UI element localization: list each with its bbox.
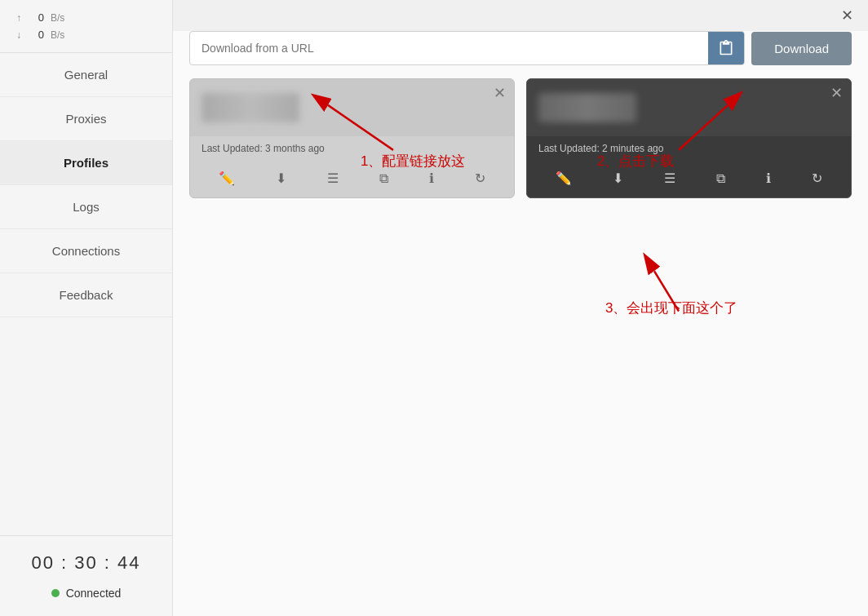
sidebar-nav: General Proxies Profiles Logs Connection… xyxy=(0,53,172,535)
sidebar-item-general[interactable]: General xyxy=(0,53,172,97)
url-bar: Download xyxy=(189,31,852,65)
copy-icon-dark[interactable]: ⧉ xyxy=(713,168,728,189)
upload-unit: B/s xyxy=(51,12,64,24)
download-profile-icon[interactable]: ⬇ xyxy=(272,167,290,189)
connected-status: Connected xyxy=(51,587,122,600)
card-actions-light: ✏️ ⬇ ☰ ⧉ ℹ ↻ xyxy=(190,161,514,197)
profile-card-light: ✕ Last Updated: 3 months ago ✏️ ⬇ ☰ ⧉ ℹ … xyxy=(189,78,515,198)
close-button[interactable]: ✕ xyxy=(836,7,858,24)
card-image-blurred-dark xyxy=(538,93,636,122)
url-input[interactable] xyxy=(190,32,708,64)
card-meta-dark: Last Updated: 2 minutes ago xyxy=(527,136,851,161)
download-unit: B/s xyxy=(51,29,64,41)
card-actions-dark: ✏️ ⬇ ☰ ⧉ ℹ ↻ xyxy=(527,161,851,197)
list-icon-dark[interactable]: ☰ xyxy=(661,167,679,189)
upload-value: 0 xyxy=(28,11,44,24)
cards-row: ✕ Last Updated: 3 months ago ✏️ ⬇ ☰ ⧉ ℹ … xyxy=(189,78,852,198)
main-content: ✕ Download ✕ Last Updated: 3 months ago xyxy=(173,0,868,616)
sidebar-item-logs[interactable]: Logs xyxy=(0,185,172,229)
upload-stat: ↑ 0 B/s xyxy=(16,11,156,24)
topbar: ✕ xyxy=(173,0,868,31)
content-wrapper: ✕ Last Updated: 3 months ago ✏️ ⬇ ☰ ⧉ ℹ … xyxy=(173,78,868,616)
svg-line-3 xyxy=(654,271,679,311)
profile-card-dark: ✕ Last Updated: 2 minutes ago ✏️ ⬇ ☰ ⧉ ℹ… xyxy=(526,78,852,198)
edit-icon-dark[interactable]: ✏️ xyxy=(552,167,575,189)
card-image-blurred xyxy=(202,93,299,122)
sidebar-footer: 00 : 30 : 44 Connected xyxy=(0,535,172,616)
sidebar-item-proxies[interactable]: Proxies xyxy=(0,97,172,141)
card-header-light: ✕ xyxy=(190,79,514,136)
paste-icon xyxy=(718,40,734,56)
sidebar-item-profiles[interactable]: Profiles xyxy=(0,141,172,185)
edit-icon[interactable]: ✏️ xyxy=(215,167,238,189)
refresh-icon[interactable]: ↻ xyxy=(472,167,489,189)
card-close-button-light[interactable]: ✕ xyxy=(494,86,506,100)
list-icon[interactable]: ☰ xyxy=(324,167,342,189)
refresh-icon-dark[interactable]: ↻ xyxy=(808,167,826,189)
sidebar-item-feedback[interactable]: Feedback xyxy=(0,273,172,317)
card-close-button-dark[interactable]: ✕ xyxy=(830,86,843,100)
download-arrow-icon: ↓ xyxy=(16,29,21,41)
sidebar-item-connections[interactable]: Connections xyxy=(0,229,172,273)
annotation-3: 3、会出现下面这个了 xyxy=(605,299,737,317)
connected-label: Connected xyxy=(66,587,122,600)
connected-dot-icon xyxy=(51,589,60,597)
timer-display: 00 : 30 : 44 xyxy=(31,552,140,574)
paste-button[interactable] xyxy=(708,32,744,64)
copy-icon[interactable]: ⧉ xyxy=(376,168,392,189)
url-input-wrapper xyxy=(189,31,745,65)
sidebar-stats: ↑ 0 B/s ↓ 0 B/s xyxy=(0,0,172,53)
download-button[interactable]: Download xyxy=(751,32,852,65)
card-meta-light: Last Updated: 3 months ago xyxy=(190,136,514,161)
upload-arrow-icon: ↑ xyxy=(16,12,21,24)
info-icon-dark[interactable]: ℹ xyxy=(763,167,774,189)
download-value: 0 xyxy=(28,29,44,41)
info-icon[interactable]: ℹ xyxy=(426,167,437,189)
sidebar: ↑ 0 B/s ↓ 0 B/s General Proxies Profiles… xyxy=(0,0,173,616)
download-stat: ↓ 0 B/s xyxy=(16,29,156,41)
download-profile-icon-dark[interactable]: ⬇ xyxy=(609,167,627,189)
card-header-dark: ✕ xyxy=(527,79,851,136)
